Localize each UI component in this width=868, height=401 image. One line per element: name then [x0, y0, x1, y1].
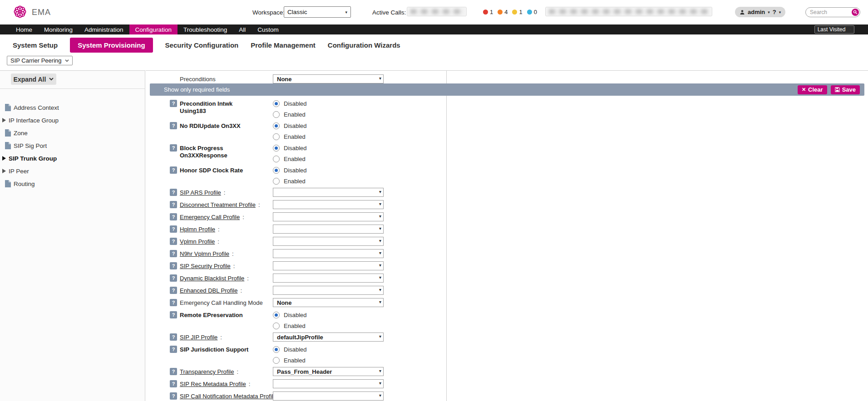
radio-option-enabled[interactable]: Enabled [273, 131, 307, 142]
help-icon[interactable]: ? [170, 213, 177, 220]
field-label-link[interactable]: Enhanced DBL Profile [180, 287, 237, 294]
expand-all-button[interactable]: Expand All [11, 73, 56, 85]
field-label-link[interactable]: N9hr Vplmn Profile [180, 250, 229, 258]
help-icon[interactable]: ? [170, 333, 177, 341]
subnav-tab-system-setup[interactable]: System Setup [13, 41, 58, 49]
alarm-minor[interactable]: 1 [512, 9, 522, 15]
radio-option-enabled[interactable]: Enabled [273, 153, 307, 164]
search-input[interactable] [810, 9, 848, 16]
help-icon[interactable]: ? [170, 250, 177, 257]
dropdown-enhanced-dbl-profile[interactable]: ▾ [273, 286, 384, 295]
radio-option-enabled[interactable]: Enabled [273, 176, 307, 186]
field-label-link[interactable]: Transparency Profile [180, 368, 234, 376]
sidebar-item-sip-trunk-group[interactable]: SIP Trunk Group [0, 152, 145, 165]
help-icon[interactable]: ? [170, 368, 177, 375]
help-icon[interactable]: ? [170, 299, 177, 306]
help-icon[interactable]: ? [170, 144, 177, 152]
radio-button[interactable] [273, 122, 280, 129]
dropdown-n9hr-vplmn-profile[interactable]: ▾ [273, 249, 384, 258]
field-label-link[interactable]: Dynamic Blacklist Profile [180, 274, 244, 282]
nav-item-administration[interactable]: Administration [79, 24, 129, 34]
nav-item-monitoring[interactable]: Monitoring [38, 24, 79, 34]
help-icon[interactable]: ? [170, 262, 177, 269]
help-icon[interactable]: ? [170, 392, 177, 400]
radio-option-enabled[interactable]: Enabled [273, 109, 307, 120]
radio-option-enabled[interactable]: Enabled [273, 320, 307, 331]
help-icon[interactable]: ? [170, 225, 177, 233]
field-label-link[interactable]: Emergency Call Profile [180, 213, 240, 221]
subnav-tab-security-configuration[interactable]: Security Configuration [165, 41, 239, 49]
help-icon[interactable]: ? [170, 287, 177, 294]
nav-item-home[interactable]: Home [10, 24, 38, 34]
dropdown-dynamic-blacklist-profile[interactable]: ▾ [273, 274, 384, 283]
sidebar-item-routing[interactable]: Routing [0, 177, 145, 190]
alarm-major[interactable]: 4 [498, 9, 508, 15]
radio-option-enabled[interactable]: Enabled [273, 355, 307, 366]
last-visited-select[interactable]: Last Visited ▾ [814, 25, 854, 34]
nav-item-configuration[interactable]: Configuration [129, 24, 178, 34]
sidebar-item-ip-interface-group[interactable]: IP Interface Group [0, 114, 145, 127]
radio-button[interactable] [273, 346, 280, 353]
dropdown-emergency-call-handling-mode[interactable]: None▾ [273, 298, 384, 307]
radio-option-disabled[interactable]: Disabled [273, 98, 307, 109]
context-select[interactable]: SIP Carrier Peering [7, 56, 73, 65]
alarm-critical[interactable]: 1 [483, 9, 493, 15]
clear-button[interactable]: ✕ Clear [798, 85, 827, 94]
nav-item-all[interactable]: All [233, 24, 252, 34]
user-menu[interactable]: admin ▾ ? ▾ [735, 7, 785, 17]
help-icon[interactable]: ? [170, 311, 177, 318]
help-icon[interactable]: ? [170, 274, 177, 282]
help-icon[interactable]: ? [170, 189, 177, 196]
search-icon[interactable] [852, 9, 859, 16]
help-icon[interactable]: ? [170, 166, 177, 174]
workspace-select[interactable]: Classic ▾ [284, 6, 351, 18]
help-icon[interactable]: ? [170, 346, 177, 353]
radio-button[interactable] [273, 156, 280, 162]
help-icon[interactable]: ? [170, 100, 177, 107]
dropdown-emergency-call-profile[interactable]: ▾ [273, 212, 384, 221]
dropdown-transparency-profile[interactable]: Pass_From_Header▾ [273, 367, 384, 376]
field-label-link[interactable]: SIP ARS Profile [180, 189, 221, 196]
help-button[interactable]: ? [773, 9, 776, 15]
dropdown-vplmn-profile[interactable]: ▾ [273, 237, 384, 246]
field-label-link[interactable]: SIP Call Notification Metadata Profile [180, 392, 276, 400]
field-label-link[interactable]: Hplmn Profile [180, 225, 215, 233]
sidebar-item-ip-peer[interactable]: IP Peer [0, 165, 145, 177]
help-icon[interactable]: ? [170, 122, 177, 129]
dropdown-hplmn-profile[interactable]: ▾ [273, 225, 384, 234]
field-label-link[interactable]: SIP Rec Metadata Profile [180, 380, 246, 388]
radio-button[interactable] [273, 100, 280, 107]
help-icon[interactable]: ? [170, 201, 177, 208]
field-label-link[interactable]: Vplmn Profile [180, 238, 215, 245]
sidebar-item-address-context[interactable]: Address Context [0, 101, 145, 114]
radio-button[interactable] [273, 133, 280, 140]
dropdown-sip-security-profile[interactable]: ▾ [273, 261, 384, 270]
nav-item-troubleshooting[interactable]: Troubleshooting [178, 24, 233, 34]
field-label-link[interactable]: SIP Security Profile [180, 262, 231, 270]
radio-button[interactable] [273, 357, 280, 364]
radio-button[interactable] [273, 323, 280, 329]
radio-option-disabled[interactable]: Disabled [273, 344, 307, 355]
sidebar-item-zone[interactable]: Zone [0, 127, 145, 139]
show-required-link[interactable]: Show only required fields [164, 86, 230, 93]
radio-option-disabled[interactable]: Disabled [273, 165, 307, 176]
alarm-summary[interactable]: 1410 [483, 9, 537, 15]
dropdown-sip-rec-metadata-profile[interactable]: ▾ [273, 379, 384, 388]
field-label-link[interactable]: SIP JIP Profile [180, 333, 217, 341]
field-label-link[interactable]: Disconnect Treatment Profile [180, 201, 256, 209]
radio-option-disabled[interactable]: Disabled [273, 142, 307, 153]
radio-button[interactable] [273, 167, 280, 174]
dropdown-disconnect-treatment-profile[interactable]: ▾ [273, 200, 384, 209]
alarm-informational[interactable]: 0 [527, 9, 537, 15]
help-icon[interactable]: ? [170, 380, 177, 387]
subnav-tab-configuration-wizards[interactable]: Configuration Wizards [328, 41, 400, 49]
subnav-tab-profile-management[interactable]: Profile Management [251, 41, 316, 49]
dropdown-sip-call-notification-metadata-profile[interactable]: ▾ [273, 391, 384, 401]
radio-option-disabled[interactable]: Disabled [273, 309, 307, 320]
dropdown-sip-ars-profile[interactable]: ▾ [273, 188, 384, 197]
sidebar-item-sip-sig-port[interactable]: SIP Sig Port [0, 139, 145, 152]
radio-button[interactable] [273, 178, 280, 185]
nav-item-custom[interactable]: Custom [252, 24, 285, 34]
subnav-tab-system-provisioning[interactable]: System Provisioning [70, 38, 153, 53]
help-icon[interactable]: ? [170, 238, 177, 245]
